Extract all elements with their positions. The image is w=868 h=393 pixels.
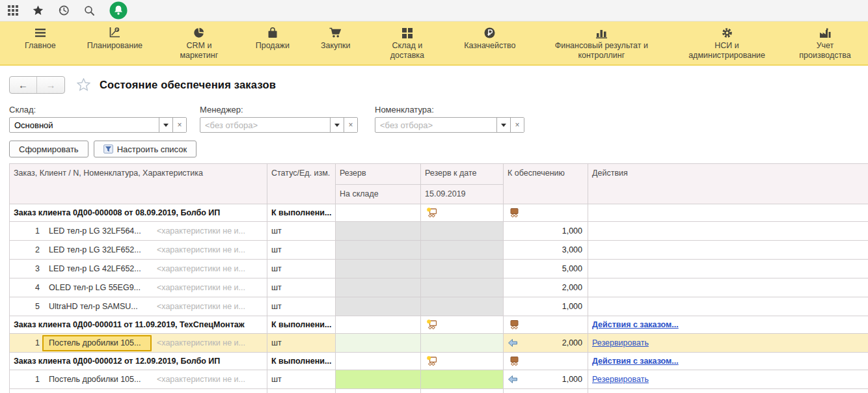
ribbon-item-planning[interactable]: Планирование <box>72 27 158 51</box>
item-unit: шт <box>267 297 336 316</box>
manager-filter: × <box>200 117 358 133</box>
reserve-cell <box>336 297 421 316</box>
reserve-cell <box>336 222 421 241</box>
column-header-reserve-date[interactable]: Резерв к дате <box>421 164 504 185</box>
ribbon-item-label: Главное <box>25 41 56 51</box>
column-header-actions[interactable]: Действия <box>588 164 868 204</box>
manager-clear-button[interactable]: × <box>344 118 357 132</box>
configure-list-icon <box>103 144 113 154</box>
order-actions-link[interactable]: Действия с заказом... <box>592 320 679 329</box>
to-supply-cell: 1,000 <box>504 222 588 241</box>
reserve-link[interactable]: Резервировать <box>592 338 649 347</box>
table-body: Заказ клиента 0Д00-000008 от 08.09.2019,… <box>10 204 868 393</box>
apps-menu-icon[interactable] <box>8 5 18 16</box>
ribbon-item-finresult[interactable]: Финансовый результат и контроллинг <box>531 27 671 61</box>
factory-icon <box>819 27 831 39</box>
order-group-row[interactable]: Заказ клиента 0Д00-000008 от 08.09.2019,… <box>10 204 868 222</box>
reserve-date-cell <box>421 353 504 370</box>
manager-dropdown-button[interactable] <box>330 118 344 132</box>
order-group-title: Заказ клиента 0Д00-000008 от 08.09.2019,… <box>14 208 220 217</box>
warehouse-filter-label: Склад: <box>9 105 187 115</box>
reserve-cell <box>336 316 421 334</box>
reserve-date-cell <box>421 222 504 241</box>
order-item-row[interactable]: 1Постель дробилки 105...<характеристики … <box>10 370 868 389</box>
forward-button[interactable]: → <box>37 77 64 93</box>
reserve-date-cell <box>421 260 504 278</box>
ribbon-item-warehouse[interactable]: Склад и доставка <box>366 27 449 61</box>
order-item-row[interactable]: 5UltraHD тел-р SAMSU...<характеристики н… <box>10 297 868 316</box>
item-name-cell: LED тел-р LG 32LF652... <box>49 245 152 254</box>
order-item-row[interactable]: 1Постель дробилки 105...<характеристики … <box>10 334 868 353</box>
reserve-date-cell <box>421 297 504 316</box>
actions-cell <box>588 204 868 222</box>
ribbon-item-production[interactable]: Учет производства <box>782 27 868 61</box>
ribbon-item-label: CRM и маркетинг <box>174 41 224 61</box>
warehouse-input[interactable] <box>10 118 159 132</box>
reserve-link[interactable]: Резервировать <box>592 375 649 384</box>
item-unit: шт <box>267 370 336 389</box>
back-button[interactable]: ← <box>10 77 37 93</box>
ribbon-item-treasury[interactable]: Казначейство <box>448 27 531 51</box>
warehouse-dropdown-button[interactable] <box>159 118 172 132</box>
to-supply-cell: 5,000 <box>504 260 588 278</box>
ribbon-item-crm[interactable]: CRM и маркетинг <box>158 27 240 61</box>
order-item-row[interactable]: 4OLED тел-р LG 55EG9...<характеристики н… <box>10 278 868 297</box>
to-supply-cell: 1,000 <box>504 370 588 389</box>
to-supply-cell: 2,000 <box>504 278 588 297</box>
order-item-row[interactable]: 1LED тел-р LG 32LF564...<характеристики … <box>10 222 868 241</box>
column-header-status[interactable]: Статус/Ед. изм. <box>267 164 336 204</box>
favorites-icon[interactable] <box>33 5 44 16</box>
order-group-row[interactable]: Заказ клиента 0Д00-000012 от 12.09.2019,… <box>10 353 868 370</box>
ribbon-item-label: Учет производства <box>798 41 852 61</box>
column-header-order[interactable]: Заказ, Клиент / N, Номенклатура, Характе… <box>10 164 267 204</box>
nomenclature-dropdown-button[interactable] <box>496 118 510 132</box>
order-actions-link[interactable]: Действия с заказом... <box>592 357 679 366</box>
ribbon-item-label: Планирование <box>87 41 142 51</box>
order-item-row[interactable]: 3LED тел-р LG 42LF652...<характеристики … <box>10 260 868 278</box>
warehouse-clear-button[interactable]: × <box>172 118 186 132</box>
order-item-row[interactable]: 2LED тел-р LG 32LF652...<характеристики … <box>10 241 868 260</box>
order-group-title: Заказ клиента 0Д00-000012 от 12.09.2019,… <box>14 357 220 366</box>
to-supply-value: 2,000 <box>518 338 584 347</box>
configure-list-button[interactable]: Настроить список <box>94 141 197 157</box>
notifications-icon[interactable] <box>109 1 128 20</box>
table-filler-row <box>10 389 868 393</box>
bag-icon <box>267 27 278 39</box>
item-name-cell[interactable]: Постель дробилки 105... <box>42 335 152 351</box>
manager-input[interactable] <box>200 118 330 132</box>
search-icon[interactable] <box>84 5 95 16</box>
column-header-reserve[interactable]: Резерв <box>336 164 421 185</box>
column-header-to-supply[interactable]: К обеспечению <box>504 164 588 204</box>
actions-cell: Действия с заказом... <box>588 353 868 370</box>
supply-source-arrow-icon <box>508 338 518 347</box>
ribbon-item-sales[interactable]: Продажи <box>240 27 305 51</box>
actions-cell: Резервировать <box>588 334 868 353</box>
item-characteristics: <характеристики не и... <box>157 283 263 292</box>
to-supply-value: 2,000 <box>508 283 584 292</box>
nomenclature-input[interactable] <box>375 118 496 132</box>
reserve-cell <box>336 334 421 353</box>
nomenclature-clear-button[interactable]: × <box>510 118 524 132</box>
item-characteristics: <характеристики не и... <box>157 338 263 347</box>
bar-chart-icon <box>596 27 607 39</box>
row-number: 3 <box>14 264 40 273</box>
column-subheader-on-stock[interactable]: На складе <box>336 185 421 204</box>
ribbon-item-main[interactable]: Главное <box>9 27 72 51</box>
manager-filter-label: Менеджер: <box>200 105 358 115</box>
history-icon[interactable] <box>58 5 70 16</box>
system-toolbar <box>0 0 868 21</box>
actions-cell <box>588 278 868 297</box>
ribbon-item-purchases[interactable]: Закупки <box>305 27 366 51</box>
ribbon-item-nsi[interactable]: НСИ и администрирование <box>671 27 782 61</box>
order-status: К выполнени... <box>267 316 336 334</box>
order-group-row[interactable]: Заказ клиента 0Д00-000011 от 11.09.2019,… <box>10 316 868 334</box>
column-subheader-date[interactable]: 15.09.2019 <box>421 185 504 204</box>
favorite-star-icon[interactable] <box>77 78 90 91</box>
reserve-date-cell <box>421 204 504 222</box>
gear-icon <box>722 27 733 39</box>
actions-cell: Действия с заказом... <box>588 316 868 334</box>
generate-button[interactable]: Сформировать <box>9 141 88 157</box>
supply-status-icon <box>509 356 521 366</box>
reserve-date-status-icon <box>426 208 438 218</box>
to-supply-cell <box>504 353 588 370</box>
